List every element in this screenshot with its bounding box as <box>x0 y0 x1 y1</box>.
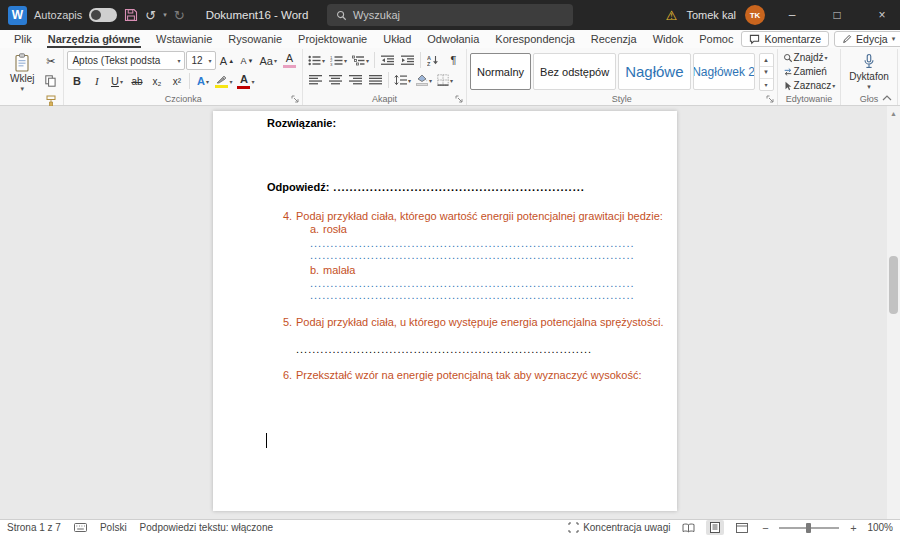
align-center-button[interactable] <box>326 71 345 89</box>
avatar[interactable]: TK <box>745 5 765 25</box>
maximize-button[interactable]: □ <box>819 0 855 30</box>
scrollbar-thumb[interactable] <box>889 256 898 314</box>
align-right-icon <box>349 75 362 85</box>
select-button[interactable]: Zaznacz ▾ <box>781 79 838 92</box>
shading-button[interactable]: ▾ <box>414 71 434 89</box>
text-cursor <box>266 433 267 448</box>
cut-button[interactable]: ✂ <box>41 52 60 70</box>
tab-wstawianie[interactable]: Wstawianie <box>148 30 220 48</box>
tab-projektowanie[interactable]: Projektowanie <box>290 30 375 48</box>
style-heading2[interactable]: Nagłówek 2 <box>693 53 755 90</box>
style-no-spacing[interactable]: Bez odstępów <box>533 53 616 90</box>
editing-mode-button[interactable]: Edycja ▾ <box>834 31 900 47</box>
document-page[interactable]: Rozwiązanie: Odpowiedź: ................… <box>213 111 677 511</box>
close-button[interactable]: × <box>864 0 900 30</box>
word-logo-icon[interactable]: W <box>8 6 27 25</box>
styles-dialog-launcher-icon[interactable] <box>766 95 774 103</box>
print-layout-button[interactable] <box>706 520 724 535</box>
shrink-font-button[interactable]: A▼ <box>237 52 256 70</box>
grow-font-button[interactable]: A▲ <box>217 52 236 70</box>
zoom-slider-thumb[interactable] <box>806 523 811 533</box>
borders-button[interactable]: ▾ <box>435 71 455 89</box>
question-4a: a.rosła <box>310 223 347 235</box>
question-4b: b.malała <box>310 264 355 276</box>
show-marks-button[interactable]: ¶ <box>444 51 463 69</box>
comments-button[interactable]: Komentarze <box>741 31 829 47</box>
line-spacing-button[interactable]: ▾ <box>392 71 413 89</box>
styles-scroll-up-icon[interactable]: ▲ <box>760 54 773 66</box>
zoom-slider[interactable] <box>779 527 839 529</box>
subscript-button[interactable]: x₂ <box>147 72 166 90</box>
page-indicator[interactable]: Strona 1 z 7 <box>7 522 61 533</box>
scroll-up-icon[interactable]: ▲ <box>887 110 900 117</box>
decrease-indent-button[interactable] <box>378 51 397 69</box>
undo-icon[interactable]: ↺ <box>145 8 156 23</box>
font-color-button[interactable]: A▾ <box>235 72 256 90</box>
user-name[interactable]: Tomek kal <box>686 9 736 21</box>
font-size-select[interactable]: 12 ▾ <box>186 51 216 70</box>
collapse-ribbon-icon[interactable] <box>882 95 892 101</box>
find-button[interactable]: Znajdź ▾ <box>781 51 838 64</box>
superscript-button[interactable]: x² <box>167 72 186 90</box>
italic-button[interactable]: I <box>87 72 106 90</box>
zoom-out-button[interactable]: − <box>760 522 770 534</box>
bold-button[interactable]: B <box>67 72 86 90</box>
redo-icon[interactable]: ↻ <box>174 8 185 23</box>
read-mode-button[interactable] <box>679 520 697 535</box>
undo-dropdown-icon[interactable]: ▾ <box>163 11 167 19</box>
warning-icon[interactable]: ⚠ <box>666 8 678 23</box>
replace-button[interactable]: Zamień <box>781 65 838 78</box>
justify-button[interactable] <box>366 71 385 89</box>
save-icon[interactable] <box>124 8 138 22</box>
question-6: 6.Przekształć wzór na energię potencjaln… <box>283 369 641 381</box>
line-spacing-icon <box>394 75 407 85</box>
align-left-button[interactable] <box>306 71 325 89</box>
svg-text:3: 3 <box>330 61 333 65</box>
style-heading1[interactable]: Nagłówe <box>618 53 690 90</box>
text-predictions-status[interactable]: Podpowiedzi tekstu: włączone <box>140 522 273 533</box>
divider <box>189 73 190 89</box>
vertical-scrollbar[interactable]: ▲ <box>887 106 900 519</box>
tab-uklad[interactable]: Układ <box>375 30 419 48</box>
keyboard-icon[interactable] <box>74 523 87 532</box>
tab-rysowanie[interactable]: Rysowanie <box>220 30 290 48</box>
strikethrough-button[interactable]: ab <box>127 72 146 90</box>
underline-button[interactable]: U▾ <box>107 72 126 90</box>
tab-odwolania[interactable]: Odwołania <box>419 30 487 48</box>
font-dialog-launcher-icon[interactable] <box>291 95 299 103</box>
dictate-button[interactable]: Dyktafon ▾ <box>844 51 893 93</box>
numbering-button[interactable]: 123▾ <box>328 51 349 69</box>
multilevel-list-button[interactable]: ▾ <box>350 51 371 69</box>
search-placeholder: Wyszukaj <box>353 9 400 21</box>
minimize-button[interactable]: – <box>774 0 810 30</box>
zoom-level[interactable]: 100% <box>867 522 893 533</box>
web-layout-button[interactable] <box>733 520 751 535</box>
text-effects-button[interactable]: A▾ <box>193 72 212 90</box>
increase-indent-button[interactable] <box>398 51 417 69</box>
divider <box>374 52 375 68</box>
bullets-button[interactable]: ▾ <box>306 51 327 69</box>
paragraph-dialog-launcher-icon[interactable] <box>455 95 463 103</box>
styles-gallery-more-icon[interactable]: ▾ <box>760 78 773 90</box>
tab-pomoc[interactable]: Pomoc <box>691 30 741 48</box>
focus-button[interactable]: Koncentracja uwagi <box>568 522 670 533</box>
zoom-in-button[interactable]: + <box>848 522 858 534</box>
autosave-toggle[interactable] <box>89 8 117 22</box>
search-box[interactable]: Wyszukaj <box>327 4 573 26</box>
language-button[interactable]: Polski <box>100 522 127 533</box>
font-name-select[interactable]: Aptos (Tekst podsta ▾ <box>67 51 185 70</box>
tab-narzedzia-glowne[interactable]: Narzędzia główne <box>40 30 148 48</box>
tab-recenzja[interactable]: Recenzja <box>583 30 645 48</box>
tab-korespondencja[interactable]: Korespondencja <box>487 30 583 48</box>
tab-widok[interactable]: Widok <box>645 30 692 48</box>
copy-button[interactable] <box>41 72 60 90</box>
style-normal[interactable]: Normalny <box>470 53 531 90</box>
sort-button[interactable]: AZ <box>424 51 443 69</box>
clear-formatting-button[interactable]: A <box>280 52 299 70</box>
paste-button[interactable]: Wklej ▾ <box>5 51 39 95</box>
styles-scroll-down-icon[interactable]: ▼ <box>760 66 773 78</box>
change-case-button[interactable]: Aa▾ <box>257 52 278 70</box>
highlight-button[interactable]: ▾ <box>213 72 234 90</box>
align-right-button[interactable] <box>346 71 365 89</box>
tab-plik[interactable]: Plik <box>6 30 40 48</box>
